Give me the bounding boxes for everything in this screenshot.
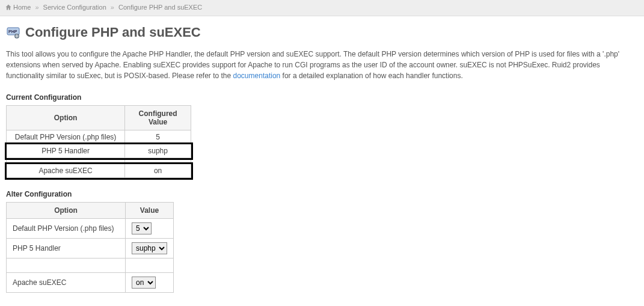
table-row: Default PHP Version (.php files) 5 — [7, 130, 191, 144]
table-row-spacer — [7, 158, 191, 164]
documentation-link[interactable]: documentation — [233, 72, 281, 80]
value-cell: 5 — [125, 130, 191, 144]
alter-configuration-heading: Alter Configuration — [6, 190, 638, 198]
value-cell: on — [126, 273, 174, 293]
option-cell: Default PHP Version (.php files) — [7, 219, 126, 239]
breadcrumb-separator-icon: » — [111, 4, 114, 11]
table-row-highlighted: PHP 5 Handler suphp — [7, 144, 191, 158]
table-header-value: Value — [126, 203, 174, 219]
table-row: PHP 5 Handler suphp — [7, 239, 174, 259]
option-cell: Default PHP Version (.php files) — [7, 130, 125, 144]
breadcrumb: Home » Service Configuration » Configure… — [0, 0, 644, 16]
option-cell — [7, 158, 125, 164]
alter-configuration-table: Option Value Default PHP Version (.php f… — [6, 202, 174, 293]
table-row-highlighted: Apache suEXEC on — [7, 164, 191, 178]
value-cell — [126, 259, 174, 273]
value-cell: suphp — [126, 239, 174, 259]
table-header-option: Option — [7, 203, 126, 219]
breadcrumb-separator-icon: » — [35, 4, 38, 11]
option-cell: PHP 5 Handler — [7, 144, 125, 158]
option-cell — [7, 259, 126, 273]
breadcrumb-home[interactable]: Home — [13, 4, 31, 11]
home-icon — [5, 4, 12, 12]
table-header-option: Option — [7, 106, 125, 130]
value-cell: 5 — [126, 219, 174, 239]
table-header-value: Configured Value — [125, 106, 191, 130]
svg-text:PHP: PHP — [8, 29, 17, 34]
php-version-select[interactable]: 5 — [132, 222, 152, 234]
value-cell: on — [125, 164, 191, 178]
value-cell: suphp — [125, 144, 191, 158]
description-text-post: for a detailed explanation of how each h… — [280, 72, 463, 80]
breadcrumb-current: Configure PHP and suEXEC — [118, 4, 202, 11]
option-cell: PHP 5 Handler — [7, 239, 126, 259]
table-row: Default PHP Version (.php files) 5 — [7, 219, 174, 239]
current-configuration-table: Option Configured Value Default PHP Vers… — [6, 105, 191, 178]
page-description: This tool allows you to configure the Ap… — [6, 49, 638, 81]
option-cell: Apache suEXEC — [7, 273, 126, 293]
value-cell — [125, 158, 191, 164]
option-cell: Apache suEXEC — [7, 164, 125, 178]
page-title: Configure PHP and suEXEC — [25, 25, 201, 40]
suexec-select[interactable]: on — [132, 277, 156, 289]
table-row-spacer — [7, 259, 174, 273]
php-icon: PHP — [6, 25, 20, 40]
current-configuration-heading: Current Configuration — [6, 93, 638, 102]
breadcrumb-service-config[interactable]: Service Configuration — [43, 4, 106, 11]
table-row: Apache suEXEC on — [7, 273, 174, 293]
php-handler-select[interactable]: suphp — [132, 242, 167, 254]
